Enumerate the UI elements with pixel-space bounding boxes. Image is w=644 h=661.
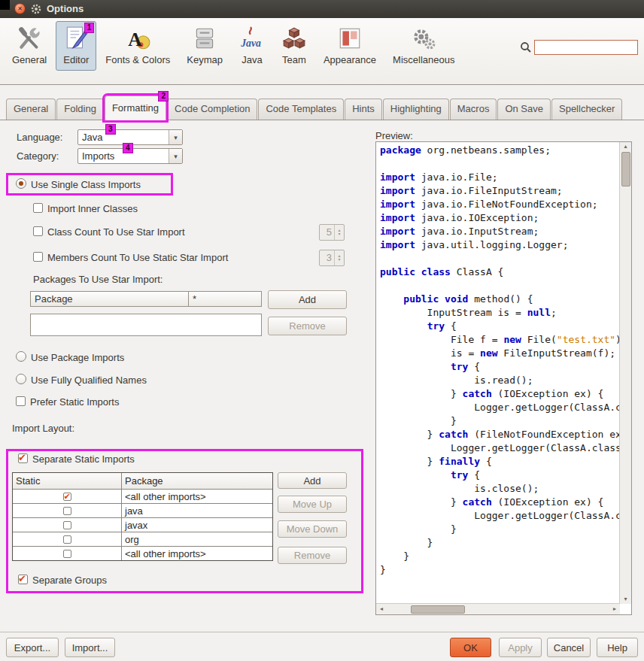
horizontal-scrollbar[interactable]: ◂ ▸: [376, 603, 620, 614]
preview-pane[interactable]: package org.netbeans.samples; import jav…: [375, 141, 632, 615]
tab-formatting[interactable]: Formatting2: [105, 96, 166, 120]
class-count-spinner[interactable]: 5 ▴▾: [319, 224, 345, 241]
code-line: Logger.getLogger(ClassA.class.getName())…: [380, 441, 619, 455]
apply-button[interactable]: Apply: [499, 638, 542, 657]
code-line: try {: [380, 468, 619, 482]
tab-macros[interactable]: Macros: [450, 99, 497, 120]
static-checkbox[interactable]: [63, 550, 71, 558]
static-checkbox[interactable]: [63, 507, 71, 515]
export-button[interactable]: Export...: [6, 638, 59, 657]
horizontal-scrollbar-thumb[interactable]: [411, 605, 465, 614]
star-remove-button[interactable]: Remove: [268, 317, 347, 335]
toolbar-item-java[interactable]: JavaJava: [232, 21, 272, 71]
tab-code-completion[interactable]: Code Completion: [167, 99, 257, 120]
tab-general[interactable]: General: [6, 99, 56, 120]
code-line: import java.io.FileInputStream;: [380, 184, 619, 198]
static-cell: [13, 504, 122, 517]
vertical-scrollbar-thumb[interactable]: [621, 152, 630, 186]
layout-col-header-package[interactable]: Package: [122, 473, 272, 489]
annotation-badge-4: 4: [123, 143, 133, 153]
window-close-button[interactable]: ✕: [14, 3, 26, 14]
scroll-up-icon[interactable]: ▴: [620, 142, 631, 151]
tabbar: GeneralFoldingFormatting2Code Completion…: [0, 85, 644, 120]
import-inner-classes-label: Import Inner Classes: [47, 203, 138, 214]
chevron-down-icon: ▾: [169, 149, 182, 163]
code-line: import java.util.logging.Logger;: [380, 238, 619, 252]
packages-star-import-label: Packages To Use Star Import:: [33, 274, 163, 285]
static-checkbox[interactable]: [63, 493, 71, 501]
footer: Export... Import... OK Apply Cancel Help: [0, 632, 644, 661]
star-add-button[interactable]: Add: [268, 290, 347, 309]
scroll-left-icon[interactable]: ◂: [378, 604, 385, 614]
ok-button[interactable]: OK: [450, 638, 491, 657]
cancel-button[interactable]: Cancel: [547, 638, 591, 657]
window-title: Options: [47, 0, 84, 18]
layout-table-row[interactable]: java: [13, 503, 272, 517]
import-inner-classes-checkbox[interactable]: [33, 203, 43, 213]
members-count-spinner[interactable]: 3 ▴▾: [319, 250, 345, 266]
code-line: } catch (IOException ex) {: [380, 387, 619, 401]
toolbar-item-label: Fonts & Colors: [105, 54, 170, 65]
import-layout-table: StaticPackage<all other imports>javajava…: [12, 472, 273, 561]
package-column-header[interactable]: Package: [30, 291, 189, 307]
class-count-checkbox[interactable]: [33, 226, 43, 236]
layout-col-header-static[interactable]: Static: [13, 473, 122, 489]
separate-static-imports-checkbox[interactable]: [18, 453, 28, 463]
code-line: import java.io.File;: [380, 171, 619, 184]
layout-remove-button[interactable]: Remove: [278, 547, 347, 564]
prefer-static-imports-checkbox[interactable]: [16, 396, 26, 406]
star-import-table-body[interactable]: [30, 314, 262, 336]
svg-text:Java: Java: [240, 38, 261, 49]
toolbar-item-editor[interactable]: Editor1: [56, 21, 96, 71]
layout-move-down-button[interactable]: Move Down: [278, 520, 347, 538]
layout-table-row[interactable]: <all other imports>: [13, 546, 272, 560]
vertical-scrollbar[interactable]: ▴ ▾: [619, 142, 631, 604]
scroll-down-icon[interactable]: ▾: [620, 595, 631, 604]
scroll-right-icon[interactable]: ▸: [611, 604, 618, 614]
titlebar[interactable]: ✕ Options: [0, 0, 644, 18]
close-icon: ✕: [17, 6, 23, 12]
tab-highlighting[interactable]: Highlighting: [383, 99, 449, 120]
fonts-colors-icon: A: [125, 26, 150, 51]
toolbar-item-keymap[interactable]: Keymap: [179, 21, 230, 71]
layout-table-row[interactable]: org: [13, 532, 272, 546]
members-count-checkbox[interactable]: [33, 252, 43, 262]
code-line: [380, 252, 619, 265]
separate-groups-checkbox[interactable]: [18, 575, 28, 584]
code-line: is.read();: [380, 374, 619, 387]
layout-add-button[interactable]: Add: [278, 472, 347, 489]
category-label: Category:: [17, 150, 59, 162]
misc-icon: [411, 26, 436, 51]
import-button[interactable]: Import...: [65, 638, 115, 657]
category-toolbar: GeneralEditor1AFonts & ColorsKeymapJavaJ…: [0, 18, 644, 85]
code-line: public class ClassA {: [380, 265, 619, 279]
use-single-class-imports-radio[interactable]: [16, 178, 26, 189]
toolbar-item-appearance[interactable]: Appearance: [316, 21, 384, 71]
search-input[interactable]: [534, 40, 638, 55]
annotation-badge-2: 2: [158, 91, 169, 102]
tab-on-save[interactable]: On Save: [497, 99, 551, 120]
code-line: import java.io.FileNotFoundException;: [380, 198, 619, 211]
tab-spellchecker[interactable]: Spellchecker: [551, 99, 622, 120]
star-column-header[interactable]: *: [188, 291, 262, 307]
code-line: }: [380, 550, 619, 563]
help-button[interactable]: Help: [597, 638, 638, 657]
tab-folding[interactable]: Folding: [56, 99, 104, 120]
code-line: }: [380, 523, 619, 536]
static-checkbox[interactable]: [63, 535, 71, 544]
static-cell: [13, 547, 122, 560]
code-line: }: [380, 414, 619, 428]
code-line: is.close();: [380, 482, 619, 496]
toolbar-item-fonts-colors[interactable]: AFonts & Colors: [98, 21, 178, 71]
use-package-imports-radio[interactable]: [16, 351, 26, 362]
tab-hints[interactable]: Hints: [345, 99, 382, 120]
toolbar-item-miscellaneous[interactable]: Miscellaneous: [385, 21, 462, 71]
static-checkbox[interactable]: [63, 521, 71, 529]
use-fully-qualified-radio[interactable]: [16, 374, 26, 384]
tab-code-templates[interactable]: Code Templates: [258, 99, 344, 120]
layout-table-row[interactable]: javax: [13, 517, 272, 532]
toolbar-item-team[interactable]: Team: [274, 21, 314, 71]
layout-table-row[interactable]: <all other imports>: [13, 489, 272, 503]
layout-move-up-button[interactable]: Move Up: [278, 496, 347, 513]
toolbar-item-general[interactable]: General: [5, 21, 54, 71]
